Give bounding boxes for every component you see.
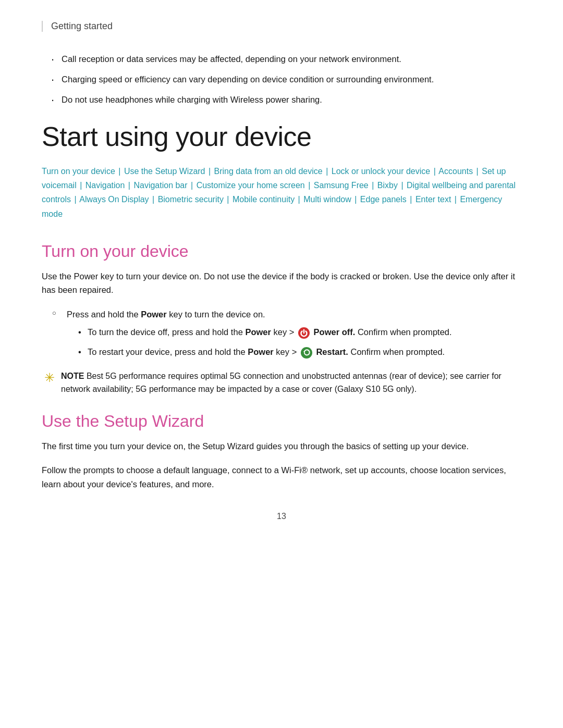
toc-sep-8: |: [189, 181, 193, 190]
page-container: Getting started Call reception or data s…: [0, 0, 563, 728]
intro-bullet-1: Call reception or data services may be a…: [47, 53, 521, 66]
svg-point-1: [301, 348, 312, 358]
toc-link-bixby[interactable]: Bixby: [377, 181, 398, 190]
section2-body2: Follow the prompts to choose a default l…: [42, 463, 521, 491]
sub-bullet-power-off: To turn the device off, press and hold t…: [77, 325, 521, 339]
toc-sep-10: |: [370, 181, 374, 190]
page-header-title: Getting started: [51, 21, 113, 31]
section1-heading: Turn on your device: [42, 242, 521, 261]
power-off-icon: [298, 327, 310, 339]
note-text: NOTE Best 5G performance requires optima…: [61, 369, 521, 396]
toc-link-navigation[interactable]: Navigation: [85, 181, 125, 190]
page-header: Getting started: [42, 21, 521, 32]
toc-link-edge-panels[interactable]: Edge panels: [360, 195, 407, 204]
circle-bullet-item: Press and hold the Power key to turn the…: [52, 307, 521, 359]
toc-sep-5: |: [474, 167, 479, 176]
toc-sep-15: |: [296, 195, 300, 204]
note-label: NOTE: [61, 372, 84, 380]
toc-sep-11: |: [399, 181, 403, 190]
intro-bullet-2: Charging speed or efficiency can vary de…: [47, 73, 521, 86]
toc-sep-9: |: [306, 181, 311, 190]
sub-bullet-power-off-text: To turn the device off, press and hold t…: [88, 327, 452, 337]
intro-bullet-list: Call reception or data services may be a…: [42, 53, 521, 106]
power-off-svg: [298, 327, 310, 339]
toc-link-nav-bar[interactable]: Navigation bar: [133, 181, 187, 190]
toc-sep-16: |: [352, 195, 357, 204]
section1-circle-list: Press and hold the Power key to turn the…: [42, 307, 521, 359]
page-number: 13: [42, 512, 521, 521]
restart-svg: [301, 347, 312, 359]
toc-link-enter-text[interactable]: Enter text: [415, 195, 451, 204]
toc-sep-13: |: [150, 195, 155, 204]
toc-sep-1: |: [116, 167, 121, 176]
section2-heading: Use the Setup Wizard: [42, 412, 521, 431]
main-section-title: Start using your device: [42, 121, 521, 153]
toc-links: Turn on your device | Use the Setup Wiza…: [42, 164, 521, 221]
toc-link-bring-data[interactable]: Bring data from an old device: [214, 167, 323, 176]
toc-link-samsung-free[interactable]: Samsung Free: [314, 181, 369, 190]
note-content: Best 5G performance requires optimal 5G …: [61, 372, 501, 394]
toc-link-mobile-continuity[interactable]: Mobile continuity: [232, 195, 295, 204]
note-box: ✳ NOTE Best 5G performance requires opti…: [42, 369, 521, 396]
toc-link-always-on[interactable]: Always On Display: [79, 195, 149, 204]
toc-sep-2: |: [206, 167, 211, 176]
toc-link-accounts[interactable]: Accounts: [438, 167, 473, 176]
toc-link-setup-wizard[interactable]: Use the Setup Wizard: [124, 167, 205, 176]
toc-sep-17: |: [408, 195, 412, 204]
note-icon: ✳: [44, 371, 55, 385]
intro-bullet-3: Do not use headphones while charging wit…: [47, 93, 521, 106]
toc-link-home-screen[interactable]: Customize your home screen: [197, 181, 305, 190]
toc-sep-18: |: [452, 195, 457, 204]
toc-sep-14: |: [225, 195, 229, 204]
restart-icon: [301, 347, 312, 359]
toc-sep-3: |: [324, 167, 328, 176]
toc-sep-12: |: [72, 195, 77, 204]
toc-link-multi-window[interactable]: Multi window: [303, 195, 351, 204]
toc-link-turn-on[interactable]: Turn on your device: [42, 167, 115, 176]
section2-body1: The first time you turn your device on, …: [42, 439, 521, 453]
sub-bullet-restart-text: To restart your device, press and hold t…: [88, 347, 445, 356]
sub-bullet-list: To turn the device off, press and hold t…: [67, 325, 521, 359]
toc-link-biometric[interactable]: Biometric security: [158, 195, 224, 204]
toc-sep-7: |: [126, 181, 130, 190]
sub-bullet-restart: To restart your device, press and hold t…: [77, 345, 521, 359]
section1-body: Use the Power key to turn your device on…: [42, 269, 521, 297]
circle-bullet-text: Press and hold the Power key to turn the…: [67, 310, 265, 319]
toc-sep-6: |: [78, 181, 82, 190]
toc-link-lock-unlock[interactable]: Lock or unlock your device: [332, 167, 430, 176]
toc-sep-4: |: [431, 167, 436, 176]
